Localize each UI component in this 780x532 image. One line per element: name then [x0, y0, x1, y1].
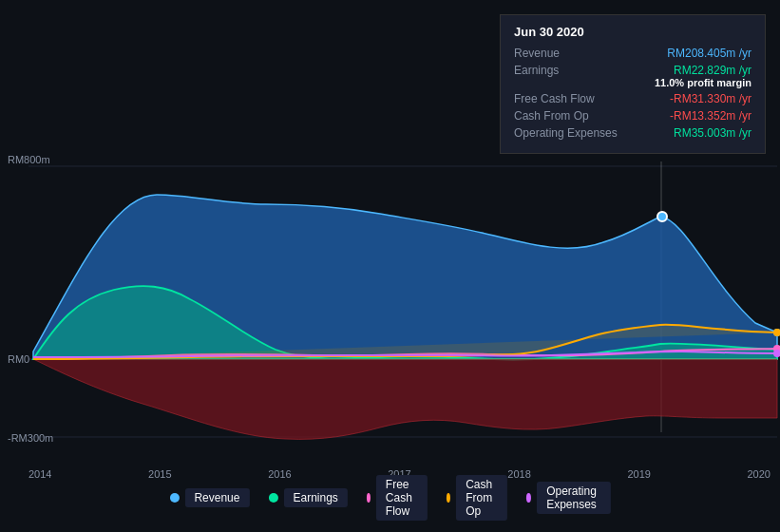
x-label-2019: 2019: [627, 468, 650, 480]
chart-container: RM800m RM0 -RM300m 2014 2015 2016 2017 2…: [0, 0, 780, 532]
tooltip-fcf-row: Free Cash Flow -RM31.330m /yr: [514, 92, 751, 105]
tooltip-cashop-label: Cash From Op: [514, 109, 618, 123]
legend-dot-opex: [526, 493, 531, 503]
tooltip-opex-label: Operating Expenses: [514, 126, 618, 140]
legend-cashop[interactable]: Cash From Op: [447, 475, 507, 521]
legend-label-opex: Operating Expenses: [537, 482, 610, 514]
tooltip-date: Jun 30 2020: [514, 25, 751, 39]
x-label-2014: 2014: [29, 468, 51, 480]
tooltip-fcf-label: Free Cash Flow: [514, 92, 618, 105]
tooltip-revenue-label: Revenue: [514, 47, 618, 60]
x-label-2015: 2015: [148, 468, 171, 480]
legend-dot-cashop: [447, 493, 450, 503]
tooltip-fcf-value: -RM31.330m /yr: [670, 92, 751, 105]
tooltip-opex-value: RM35.003m /yr: [674, 126, 751, 140]
legend-earnings[interactable]: Earnings: [268, 488, 347, 507]
tooltip-opex-row: Operating Expenses RM35.003m /yr: [514, 126, 751, 140]
tooltip-revenue-value: RM208.405m /yr: [667, 47, 751, 60]
svg-point-4: [657, 212, 667, 221]
tooltip-revenue-row: Revenue RM208.405m /yr: [514, 47, 751, 60]
tooltip-cashop-row: Cash From Op -RM13.352m /yr: [514, 109, 751, 123]
tooltip-earnings-value: RM22.829m /yr: [655, 64, 751, 77]
tooltip-box: Jun 30 2020 Revenue RM208.405m /yr Earni…: [500, 14, 766, 154]
tooltip-earnings-label: Earnings: [514, 64, 618, 77]
legend-label-revenue: Revenue: [184, 488, 249, 507]
legend-label-earnings: Earnings: [283, 488, 347, 507]
legend-dot-fcf: [367, 493, 371, 503]
legend-dot-revenue: [169, 493, 179, 503]
legend-fcf[interactable]: Free Cash Flow: [367, 475, 428, 521]
y-label-top: RM800m: [8, 154, 50, 165]
legend-label-fcf: Free Cash Flow: [376, 475, 428, 521]
tooltip-cashop-value: -RM13.352m /yr: [670, 109, 751, 123]
tooltip-profit-margin: 11.0% profit margin: [655, 77, 751, 88]
y-label-mid: RM0: [8, 353, 29, 365]
y-label-bottom: -RM300m: [8, 432, 53, 444]
chart-legend: Revenue Earnings Free Cash Flow Cash Fro…: [169, 475, 610, 521]
legend-label-cashop: Cash From Op: [456, 475, 507, 521]
tooltip-earnings-row: Earnings RM22.829m /yr 11.0% profit marg…: [514, 64, 751, 88]
legend-dot-earnings: [268, 493, 277, 503]
legend-revenue[interactable]: Revenue: [169, 488, 249, 507]
x-label-2020: 2020: [747, 468, 770, 480]
legend-opex[interactable]: Operating Expenses: [526, 482, 611, 514]
